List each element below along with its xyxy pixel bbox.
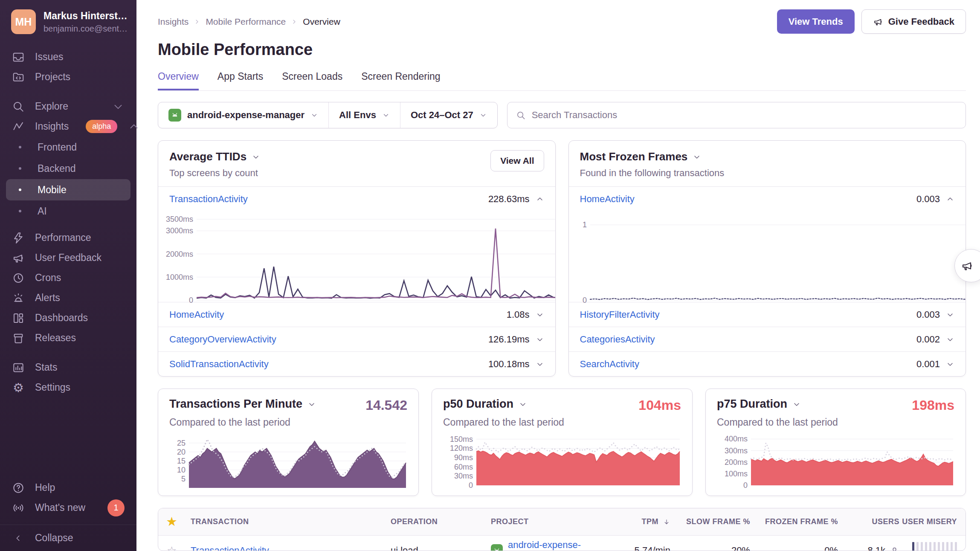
transaction-link[interactable]: CategoriesActivity [580,334,655,345]
chevron-down-icon[interactable] [536,360,544,368]
search-placeholder: Search Transactions [532,110,618,121]
ttid-row-category-overview-activity: CategoryOverviewActivity 126.19ms [158,327,555,351]
transaction-link[interactable]: HomeActivity [580,194,635,205]
sidebar-item-insights[interactable]: Insights alpha [0,116,136,136]
p50-card-title[interactable]: p50 Duration [443,397,527,411]
sidebar-item-releases[interactable]: Releases [0,328,136,348]
chevron-down-icon[interactable] [536,335,544,344]
col-slow-frame: SLOW FRAME % [670,517,750,526]
archive-icon [12,332,25,345]
ttid-row-home-activity: HomeActivity 1.08s [158,302,555,327]
view-trends-button[interactable]: View Trends [777,9,855,34]
svg-text:3500ms: 3500ms [166,215,193,223]
breadcrumb-insights[interactable]: Insights [158,17,188,27]
tpm-card: Transactions Per Minute 14.542 Compared … [158,389,419,496]
sidebar-item-projects[interactable]: Projects [0,67,136,87]
transaction-link[interactable]: HistoryFilterActivity [580,309,660,320]
most-frozen-frames-title[interactable]: Most Frozen Frames [580,150,725,163]
p50-duration-card: p50 Duration 104ms Compared to the last … [432,389,693,496]
sidebar-item-settings[interactable]: ⚙ Settings [0,377,136,397]
tab-screen-rendering[interactable]: Screen Rendering [361,71,440,90]
chevron-down-icon [792,400,801,409]
transaction-link[interactable]: HomeActivity [169,309,224,320]
chevron-down-icon [307,400,316,409]
transaction-link[interactable]: TransactionActivity [169,194,248,205]
user-menu[interactable]: MH Markus Hinterst… benjamin.coe@sent… [0,9,136,34]
svg-text:1: 1 [582,220,586,229]
project-filter-dropdown[interactable]: android-expense-manager [158,102,328,128]
average-ttids-title[interactable]: Average TTIDs [169,150,260,163]
tpm-chart: 510152025 [169,433,407,490]
tab-app-starts[interactable]: App Starts [217,71,263,90]
sidebar-item-stats[interactable]: Stats [0,357,136,377]
chevron-down-icon[interactable] [946,335,954,344]
chevron-left-icon [12,534,25,543]
svg-text:0: 0 [189,296,193,303]
main-content: Insights Mobile Performance Overview Vie… [136,0,980,551]
sidebar-item-dashboards[interactable]: Dashboards [0,308,136,328]
p50-subtitle: Compared to the last period [443,417,681,428]
sidebar-item-issues[interactable]: Issues [0,47,136,67]
sidebar-item-alerts[interactable]: Alerts [0,288,136,308]
breadcrumb: Insights Mobile Performance Overview [158,17,340,27]
transaction-link[interactable]: TransactionActivity [191,545,391,551]
favorite-star-icon[interactable]: ☆ [167,544,191,551]
view-all-button[interactable]: View All [490,150,544,171]
chevron-down-icon [112,100,125,113]
sidebar-collapse-button[interactable]: Collapse [0,525,136,551]
svg-text:0: 0 [469,481,473,490]
sidebar-item-crons[interactable]: Crons [0,268,136,288]
sidebar-item-ai[interactable]: AI [0,200,136,222]
tab-screen-loads[interactable]: Screen Loads [282,71,342,90]
sidebar-item-mobile[interactable]: Mobile [6,179,130,200]
breadcrumb-mobile-performance[interactable]: Mobile Performance [206,17,286,27]
chevron-down-icon[interactable] [536,310,544,319]
sidebar-item-frontend[interactable]: Frontend [0,136,136,158]
col-user-misery: USER MISERY [899,517,957,526]
inbox-icon [12,51,25,64]
transaction-link[interactable]: SolidTransactionActivity [169,359,269,370]
chevron-down-icon [693,153,701,161]
environment-filter-dropdown[interactable]: All Envs [328,102,400,128]
p50-value: 104ms [638,397,681,413]
chevron-up-icon[interactable] [946,195,954,203]
svg-text:200ms: 200ms [725,458,748,467]
svg-text:400ms: 400ms [725,435,748,443]
transaction-link[interactable]: SearchActivity [580,359,639,370]
operation-cell: ui.load [391,545,491,551]
gear-icon: ⚙ [12,381,25,394]
search-icon [516,110,526,120]
sidebar-item-help[interactable]: Help [0,478,136,498]
chevron-up-icon[interactable] [536,195,544,203]
svg-text:0: 0 [582,296,586,303]
project-link[interactable]: android-expense-manager [508,539,610,551]
svg-text:20: 20 [177,448,186,456]
col-tpm-sort[interactable]: TPM [610,517,670,526]
sidebar-item-user-feedback[interactable]: User Feedback [0,248,136,268]
user-email: benjamin.coe@sent… [43,24,128,34]
sidebar-item-explore[interactable]: Explore [0,96,136,116]
sidebar-item-performance[interactable]: Performance [0,228,136,248]
bar-chart-icon [12,361,25,374]
folder-icon [12,71,25,84]
frozen-row-categories-activity: CategoriesActivity 0.002 [569,327,966,351]
search-transactions-input[interactable]: Search Transactions [507,102,966,128]
p75-card-title[interactable]: p75 Duration [717,397,801,411]
sidebar-footer: Help What's new 1 Collapse [0,478,136,551]
project-cell: android-expense-manager [491,539,610,551]
p50-duration-chart: 030ms60ms90ms120ms150ms [443,433,681,490]
chevron-down-icon[interactable] [946,310,954,319]
tpm-card-title[interactable]: Transactions Per Minute [169,397,316,411]
give-feedback-button[interactable]: Give Feedback [861,9,966,34]
tab-overview[interactable]: Overview [158,71,199,90]
sidebar-item-whats-new[interactable]: What's new 1 [0,498,136,518]
sidebar-item-backend[interactable]: Backend [0,158,136,179]
svg-text:2000ms: 2000ms [166,250,193,258]
chevron-down-icon[interactable] [946,360,954,368]
transaction-link[interactable]: CategoryOverviewActivity [169,334,276,345]
svg-text:90ms: 90ms [454,453,473,462]
bullet-icon [19,146,21,148]
frozen-row-history-filter-activity: HistoryFilterActivity 0.003 [569,302,966,327]
date-range-filter-dropdown[interactable]: Oct 24–Oct 27 [400,102,497,128]
svg-text:60ms: 60ms [454,463,473,471]
